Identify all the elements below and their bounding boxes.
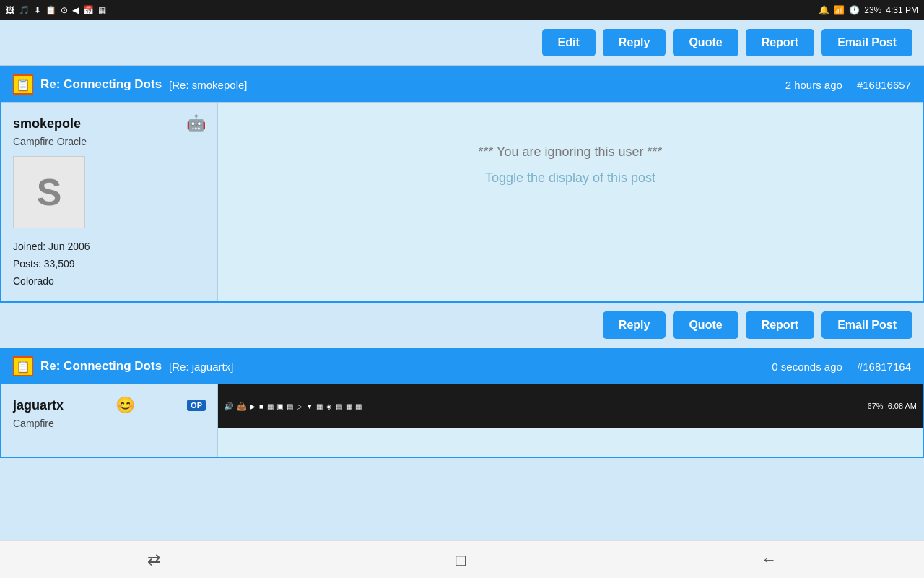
nav-back-icon[interactable]: ← bbox=[761, 551, 777, 569]
bottom-nav: ⇄ ◻ ← bbox=[0, 540, 924, 578]
edit-button[interactable]: Edit bbox=[542, 29, 596, 56]
post-1: 📋 Re: Connecting Dots [Re: smokepole] 2 … bbox=[0, 66, 924, 303]
post-1-subtitle: [Re: smokepole] bbox=[169, 79, 247, 91]
quote-button-top[interactable]: Quote bbox=[673, 29, 738, 56]
user-2-badge-emoji: 😊 bbox=[116, 396, 135, 415]
post-2-id: #16817164 bbox=[857, 361, 911, 373]
screenshot-embed-right: 67% 6:08 AM bbox=[868, 402, 917, 410]
post-1-header-right: 2 hours ago #16816657 bbox=[785, 79, 911, 91]
user-1-posts: Posts: 33,509 bbox=[13, 256, 206, 273]
user-1-avatar: S bbox=[13, 156, 85, 228]
post-1-content: *** You are ignoring this user *** Toggl… bbox=[218, 103, 923, 301]
op-badge: OP bbox=[187, 400, 206, 411]
post-2-subtitle: [Re: jaguartx] bbox=[169, 361, 233, 373]
post-2-time: 0 seconds ago bbox=[772, 361, 842, 373]
user-1-join: Joined: Jun 2006 bbox=[13, 238, 206, 256]
status-icon-clock: 🕐 bbox=[849, 5, 860, 15]
status-icon-gallery: 🖼 bbox=[6, 5, 14, 15]
screenshot-status-bar: 🔊 👜 ▶ ■ ▦ ▣ ▤ ▷ ▼ ▦ ◈ ▤ ▦ ▦ 67% 6:08 AM bbox=[218, 384, 923, 428]
post-1-header-left: 📋 Re: Connecting Dots [Re: smokepole] bbox=[13, 74, 248, 95]
top-action-bar: Edit Reply Quote Report Email Post bbox=[0, 20, 924, 66]
post-2-title: Re: Connecting Dots bbox=[40, 359, 162, 374]
user-1-name: smokepole bbox=[13, 116, 81, 131]
post-1-header: 📋 Re: Connecting Dots [Re: smokepole] 2 … bbox=[1, 67, 923, 102]
ignore-notice: *** You are ignoring this user *** Toggl… bbox=[478, 139, 662, 191]
screenshot-icon-volume: 🔊 bbox=[224, 402, 234, 411]
user-name-row: smokepole 🤖 bbox=[13, 114, 206, 133]
post-2-header-right: 0 seconds ago #16817164 bbox=[772, 361, 911, 373]
status-icon-wifi: 📶 bbox=[834, 5, 845, 15]
battery-text: 23% bbox=[864, 5, 881, 15]
email-post-button-post1-bottom[interactable]: Email Post bbox=[821, 311, 912, 339]
status-icon-alarm: 🔔 bbox=[819, 5, 829, 15]
status-bar-right: 🔔 📶 🕐 23% 4:31 PM bbox=[819, 5, 918, 15]
quote-button-post1-bottom[interactable]: Quote bbox=[673, 311, 738, 339]
status-icon-download: ⬇ bbox=[34, 5, 41, 15]
status-bar: 🖼 🎵 ⬇ 📋 ⊙ ◀ 📅 ▦ 🔔 📶 🕐 23% 4:31 PM bbox=[0, 0, 924, 20]
post-1-action-bar-bottom: Reply Quote Report Email Post bbox=[0, 303, 924, 348]
toggle-display-link[interactable]: Toggle the display of this post bbox=[485, 171, 655, 185]
post-2-bottom-area bbox=[218, 428, 923, 457]
time-text: 4:31 PM bbox=[886, 5, 918, 15]
post-1-time: 2 hours ago bbox=[785, 79, 842, 91]
reply-button-top[interactable]: Reply bbox=[603, 29, 666, 56]
post-1-user-panel: smokepole 🤖 Campfire Oracle S Joined: Ju… bbox=[1, 103, 218, 301]
screenshot-text-icons: ▶ ■ ▦ ▣ ▤ ▷ ▼ ▦ ◈ ▤ ▦ ▦ bbox=[250, 402, 363, 410]
post-1-title: Re: Connecting Dots bbox=[40, 77, 162, 92]
screenshot-time: 6:08 AM bbox=[888, 402, 917, 410]
status-icon-clip: 📋 bbox=[45, 5, 56, 15]
screenshot-icon-bag: 👜 bbox=[237, 402, 247, 411]
screenshot-battery: 67% bbox=[868, 402, 884, 410]
post-2-header: 📋 Re: Connecting Dots [Re: jaguartx] 0 s… bbox=[1, 349, 923, 384]
status-icon-nav: ⊙ bbox=[61, 5, 68, 15]
status-icon-extra: ▦ bbox=[98, 5, 106, 15]
post-1-body: smokepole 🤖 Campfire Oracle S Joined: Ju… bbox=[1, 102, 923, 301]
status-icon-music: 🎵 bbox=[19, 5, 30, 15]
status-icon-location: ◀ bbox=[72, 5, 79, 15]
post-2-content: 🔊 👜 ▶ ■ ▦ ▣ ▤ ▷ ▼ ▦ ◈ ▤ ▦ ▦ 67% 6:08 AM bbox=[218, 384, 923, 457]
user-1-badge-emoji: 🤖 bbox=[186, 114, 206, 133]
report-button-post1-bottom[interactable]: Report bbox=[746, 311, 815, 339]
user-1-role: Campfire Oracle bbox=[13, 136, 206, 147]
main-content: Edit Reply Quote Report Email Post 📋 Re:… bbox=[0, 20, 924, 540]
post-2: 📋 Re: Connecting Dots [Re: jaguartx] 0 s… bbox=[0, 348, 924, 458]
user-2-name: jaguartx bbox=[13, 398, 64, 413]
post-1-icon: 📋 bbox=[13, 74, 33, 95]
screenshot-embed-left: 🔊 👜 ▶ ■ ▦ ▣ ▤ ▷ ▼ ▦ ◈ ▤ ▦ ▦ bbox=[224, 402, 363, 411]
user-1-meta: Joined: Jun 2006 Posts: 33,509 Colorado bbox=[13, 238, 206, 290]
status-bar-left: 🖼 🎵 ⬇ 📋 ⊙ ◀ 📅 ▦ bbox=[6, 5, 106, 15]
post-2-user-panel: jaguartx 😊 OP Campfire bbox=[1, 384, 218, 457]
nav-home-icon[interactable]: ◻ bbox=[454, 551, 467, 569]
reply-button-post1-bottom[interactable]: Reply bbox=[603, 311, 666, 339]
email-post-button-top[interactable]: Email Post bbox=[821, 29, 912, 56]
post-2-body: jaguartx 😊 OP Campfire 🔊 👜 ▶ ■ ▦ ▣ ▤ ▷ ▼… bbox=[1, 384, 923, 457]
post-1-id: #16816657 bbox=[857, 79, 911, 91]
report-button-top[interactable]: Report bbox=[746, 29, 815, 56]
user-2-name-row: jaguartx 😊 OP bbox=[13, 396, 206, 415]
user-2-role: Campfire bbox=[13, 418, 206, 429]
status-icon-calendar: 📅 bbox=[83, 5, 94, 15]
post-2-header-left: 📋 Re: Connecting Dots [Re: jaguartx] bbox=[13, 356, 233, 376]
nav-tabs-icon[interactable]: ⇄ bbox=[147, 551, 160, 569]
user-1-location: Colorado bbox=[13, 273, 206, 290]
ignore-text: *** You are ignoring this user *** bbox=[478, 139, 662, 165]
post-2-icon: 📋 bbox=[13, 356, 33, 376]
